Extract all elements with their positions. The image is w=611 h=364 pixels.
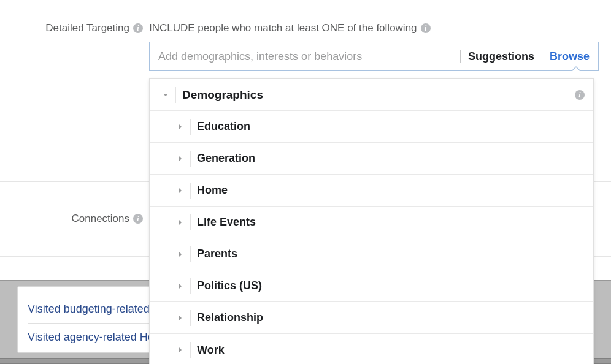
dropdown-item-label: Parents [197, 248, 585, 260]
dropdown-item-label: Relationship [197, 311, 585, 324]
chevron-right-icon [173, 283, 188, 289]
include-label: INCLUDE people who match at least ONE of… [149, 22, 431, 34]
dropdown-item-label: Work [197, 344, 585, 357]
dropdown-item-home[interactable]: Home [150, 175, 593, 207]
separator [190, 119, 191, 135]
detailed-targeting-label-text: Detailed Targeting [45, 22, 129, 34]
info-icon[interactable]: i [133, 214, 143, 224]
separator [190, 342, 191, 358]
dropdown-item-generation[interactable]: Generation [150, 143, 593, 175]
browse-dropdown: Demographics i Education Generation Home… [149, 78, 594, 364]
chevron-right-icon [173, 315, 188, 321]
separator [190, 310, 191, 326]
separator [175, 87, 176, 103]
suggestions-link[interactable]: Suggestions [468, 50, 534, 63]
dropdown-category-label: Demographics [182, 88, 575, 102]
connections-label-text: Connections [71, 213, 129, 225]
dropdown-item-relationship[interactable]: Relationship [150, 302, 593, 334]
chevron-right-icon [173, 188, 188, 194]
row-label-col: Detailed Targeting i [0, 0, 149, 34]
chevron-right-icon [173, 347, 188, 353]
detailed-targeting-label: Detailed Targeting i [45, 22, 143, 34]
info-icon[interactable]: i [575, 90, 585, 100]
separator [190, 183, 191, 199]
dropdown-item-work[interactable]: Work [150, 334, 593, 364]
info-icon[interactable]: i [133, 23, 143, 33]
chevron-right-icon [173, 251, 188, 257]
row-label-col: Connections i [0, 213, 149, 225]
dropdown-item-label: Education [197, 120, 585, 133]
dropdown-item-label: Politics (US) [197, 279, 585, 292]
targeting-input[interactable] [158, 50, 453, 63]
dropdown-item-label: Home [197, 184, 585, 197]
dropdown-category-demographics[interactable]: Demographics i [150, 79, 593, 111]
separator [190, 151, 191, 167]
input-separator [460, 50, 461, 63]
chevron-right-icon [173, 156, 188, 162]
browse-link[interactable]: Browse [550, 50, 590, 63]
separator [190, 278, 191, 294]
chevron-right-icon [173, 124, 188, 130]
input-separator [542, 50, 542, 63]
targeting-input-wrap: Suggestions Browse [149, 42, 599, 71]
info-icon[interactable]: i [421, 23, 431, 33]
dropdown-item-politics-us[interactable]: Politics (US) [150, 270, 593, 302]
separator [190, 246, 191, 262]
dropdown-item-education[interactable]: Education [150, 111, 593, 143]
chevron-right-icon [173, 219, 188, 226]
chevron-down-icon [158, 92, 173, 98]
connections-label: Connections i [71, 213, 143, 225]
dropdown-item-label: Life Events [197, 216, 585, 229]
dropdown-item-parents[interactable]: Parents [150, 238, 593, 270]
dropdown-item-life-events[interactable]: Life Events [150, 207, 593, 238]
separator [190, 214, 191, 230]
dropdown-item-label: Generation [197, 152, 585, 165]
include-label-text: INCLUDE people who match at least ONE of… [149, 22, 417, 34]
